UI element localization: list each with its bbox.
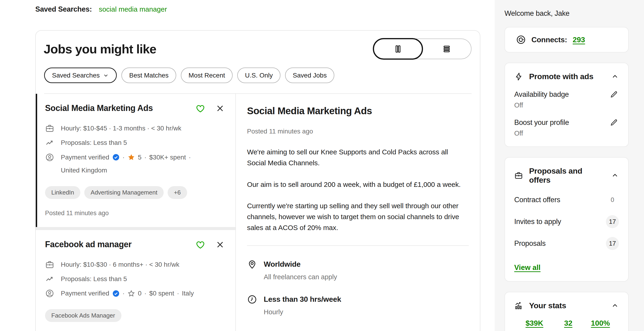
more-tags-chip: +6 xyxy=(168,186,187,199)
bar-chart-icon xyxy=(514,301,523,310)
job-card-social-media-marketing-ads[interactable]: Social Media Marketing Ads xyxy=(36,94,236,227)
split-view-icon xyxy=(392,44,403,54)
filter-best-matches[interactable]: Best Matches xyxy=(122,68,176,83)
job-success-link[interactable]: 100% xyxy=(591,319,610,327)
stat-total-earnings: $39K Total earnings xyxy=(516,319,553,331)
detail-posted-time: Posted 11 minutes ago xyxy=(247,128,470,135)
star-icon xyxy=(128,154,135,161)
chevron-down-icon xyxy=(103,72,109,78)
description-paragraph: Currently we're starting up selling and … xyxy=(247,200,468,233)
total-earnings-link[interactable]: $39K xyxy=(526,319,544,327)
job-detail-panel: Social Media Marketing Ads Posted 11 min… xyxy=(236,94,480,331)
saved-searches-label: Saved Searches: xyxy=(35,5,92,14)
connects-card: Connects: 293 xyxy=(504,27,629,52)
client-spent: $0 spent xyxy=(149,288,174,299)
welcome-message: Welcome back, Jake xyxy=(504,9,629,18)
dismiss-icon[interactable] xyxy=(216,240,225,249)
proposals-label: Proposals xyxy=(514,239,546,248)
job-title[interactable]: Facebook ad manager xyxy=(45,239,132,249)
connects-value-link[interactable]: 293 xyxy=(573,36,585,44)
description-paragraph: Our aim is to sell around 200 a week, wi… xyxy=(247,179,468,190)
filter-pills: Saved Searches Best Matches Most Recent … xyxy=(44,68,472,94)
jobs-title: Jobs you might like xyxy=(44,42,156,56)
hours-section: Less than 30 hrs/week Hourly xyxy=(247,294,470,316)
client-icon xyxy=(45,153,54,162)
briefcase-icon xyxy=(45,260,54,269)
total-jobs-label: Total jobs xyxy=(556,330,581,331)
job-success-label: Job Success xyxy=(584,330,618,331)
your-stats-card: Your stats $39K Total earnings 32 Total … xyxy=(504,292,629,331)
payment-verified-label: Payment verified xyxy=(61,288,109,299)
stat-job-success: 100% Job Success xyxy=(584,319,618,331)
filter-us-only[interactable]: U.S. Only xyxy=(237,68,280,83)
collapse-chevron-icon[interactable] xyxy=(611,172,619,180)
filter-label: Best Matches xyxy=(129,72,168,79)
save-heart-icon[interactable] xyxy=(196,240,205,250)
client-spent: $30K+ spent xyxy=(149,152,186,163)
detail-divider xyxy=(247,245,469,246)
dot-separator: · xyxy=(177,288,179,299)
detail-job-title: Social Media Marketing Ads xyxy=(247,106,470,116)
promote-with-ads-card: Promote with ads Availability badge Off … xyxy=(504,63,629,147)
job-description: We're aiming to sell our Knee Supports a… xyxy=(247,147,468,233)
filter-label: Most Recent xyxy=(188,72,225,79)
stats-title: Your stats xyxy=(529,301,605,310)
view-toggle xyxy=(373,38,472,59)
split-view-button[interactable] xyxy=(373,38,423,60)
job-proposals-line: Proposals: Less than 5 xyxy=(61,273,127,285)
hours-subtitle: Hourly xyxy=(264,308,470,316)
total-jobs-link[interactable]: 32 xyxy=(564,319,572,327)
star-outline-icon xyxy=(128,290,135,297)
filter-saved-searches[interactable]: Saved Searches xyxy=(44,68,117,83)
promote-title: Promote with ads xyxy=(529,72,605,81)
skill-tag: Facebook Ads Manager xyxy=(45,309,122,322)
verified-badge-icon xyxy=(112,154,120,161)
briefcase-icon xyxy=(514,171,523,180)
client-country: United Kingdom xyxy=(61,164,107,176)
edit-pencil-icon[interactable] xyxy=(610,90,618,99)
job-card-facebook-ad-manager[interactable]: Facebook ad manager xyxy=(36,230,236,331)
total-earnings-label: Total earnings xyxy=(516,330,553,331)
saved-searches-header: Saved Searches: social media manager xyxy=(35,5,167,14)
collapse-chevron-icon[interactable] xyxy=(611,302,619,310)
availability-badge-status: Off xyxy=(514,102,619,109)
payment-verified-label: Payment verified xyxy=(61,152,109,163)
collapse-chevron-icon[interactable] xyxy=(611,73,619,80)
contract-offers-label: Contract offers xyxy=(514,196,560,204)
location-section: Worldwide All freelancers can apply xyxy=(247,259,470,281)
location-subtitle: All freelancers can apply xyxy=(264,273,470,281)
connects-icon xyxy=(516,35,526,44)
edit-pencil-icon[interactable] xyxy=(610,118,618,127)
boost-profile-label: Boost your profile xyxy=(514,118,569,127)
invites-to-apply-label: Invites to apply xyxy=(514,218,561,226)
save-heart-icon[interactable] xyxy=(196,104,205,113)
trend-up-icon xyxy=(45,138,54,148)
lightning-bolt-icon xyxy=(514,72,523,81)
jobs-card-header: Jobs you might like xyxy=(36,31,480,94)
client-icon xyxy=(45,289,54,298)
skill-tag: Advertising Management xyxy=(84,186,164,199)
verified-badge-icon xyxy=(112,290,120,297)
dismiss-icon[interactable] xyxy=(216,104,225,113)
dot-separator: · xyxy=(122,288,125,299)
clock-icon xyxy=(247,294,257,304)
description-paragraph: We're aiming to sell our Knee Supports a… xyxy=(247,147,468,168)
connects-label: Connects: xyxy=(532,36,567,44)
saved-search-link[interactable]: social media manager xyxy=(99,5,167,13)
jobs-you-might-like-card: Jobs you might like xyxy=(35,30,480,331)
proposals-offers-card: Proposals and offers Contract offers 0 I… xyxy=(504,157,629,282)
location-pin-icon xyxy=(247,259,257,270)
filter-label: U.S. Only xyxy=(245,72,273,79)
list-view-button[interactable] xyxy=(422,39,471,59)
client-rating: 5 xyxy=(138,152,142,163)
job-rate-line: Hourly: $10-$30 · 6 months+ · < 30 hr/wk xyxy=(61,259,179,270)
availability-badge-label: Availability badge xyxy=(514,90,569,99)
filter-label: Saved Jobs xyxy=(293,72,327,79)
view-all-link[interactable]: View all xyxy=(514,264,540,272)
filter-label: Saved Searches xyxy=(52,72,100,79)
filter-saved-jobs[interactable]: Saved Jobs xyxy=(285,68,334,83)
dot-separator: · xyxy=(189,152,191,163)
filter-most-recent[interactable]: Most Recent xyxy=(181,68,232,83)
job-title[interactable]: Social Media Marketing Ads xyxy=(45,103,153,113)
dot-separator: · xyxy=(144,288,146,299)
